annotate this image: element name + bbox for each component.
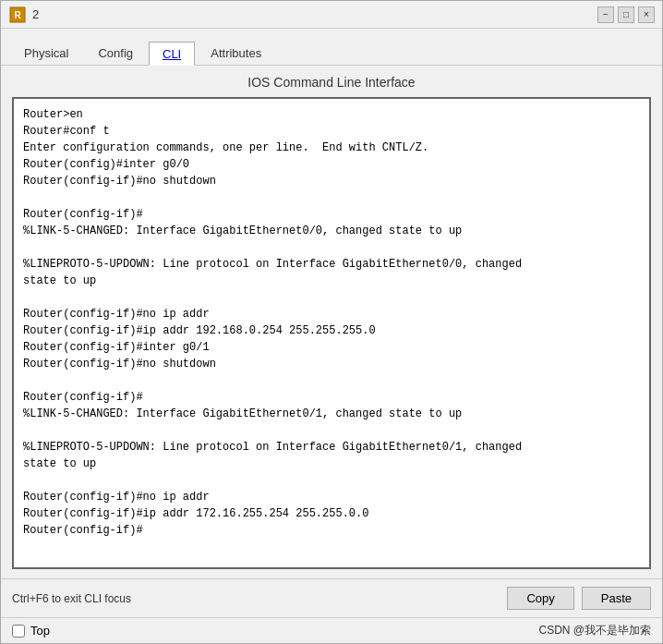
tab-config[interactable]: Config — [84, 41, 147, 65]
title-bar: R 2 − □ × — [1, 1, 662, 29]
tab-bar: Physical Config CLI Attributes — [1, 29, 662, 66]
section-title: IOS Command Line Interface — [12, 75, 651, 90]
top-checkbox[interactable] — [12, 625, 25, 638]
watermark: CSDN @我不是毕加索 — [538, 623, 651, 638]
top-checkbox-container: Top — [12, 624, 50, 638]
main-window: R 2 − □ × Physical Config CLI Attributes… — [0, 0, 663, 644]
cli-hint: Ctrl+F6 to exit CLI focus — [12, 592, 131, 605]
window-title: 2 — [32, 7, 597, 21]
cli-terminal[interactable]: Router>en Router#conf t Enter configurat… — [12, 97, 651, 569]
bottom-bar: Ctrl+F6 to exit CLI focus Copy Paste — [1, 578, 662, 617]
minimize-button[interactable]: − — [597, 6, 614, 23]
close-button[interactable]: × — [638, 6, 655, 23]
top-checkbox-label[interactable]: Top — [30, 624, 50, 638]
tab-attributes[interactable]: Attributes — [197, 41, 275, 65]
window-controls: − □ × — [597, 6, 655, 23]
footer-bar: Top CSDN @我不是毕加索 — [1, 617, 662, 643]
maximize-button[interactable]: □ — [618, 6, 634, 23]
tab-physical[interactable]: Physical — [10, 41, 82, 65]
action-buttons: Copy Paste — [507, 587, 651, 610]
copy-button[interactable]: Copy — [507, 587, 573, 610]
paste-button[interactable]: Paste — [582, 587, 651, 610]
app-icon: R — [8, 6, 27, 24]
tab-cli[interactable]: CLI — [149, 42, 195, 66]
content-area: IOS Command Line Interface Router>en Rou… — [1, 66, 662, 578]
svg-text:R: R — [14, 10, 21, 20]
